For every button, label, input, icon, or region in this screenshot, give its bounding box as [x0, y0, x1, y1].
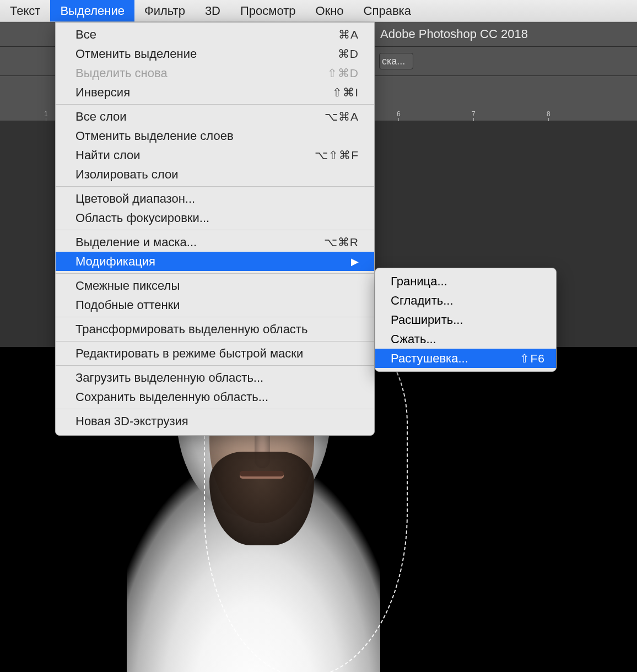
submenu-item-label: Растушевка...: [391, 351, 520, 366]
menu-item-grow[interactable]: Смежные пикселы: [56, 276, 374, 295]
menubar-item-window[interactable]: Окно: [305, 0, 353, 21]
ruler-tick: 1: [44, 110, 48, 118]
menu-item-color-range[interactable]: Цветовой диапазон...: [56, 189, 374, 208]
menubar-item-3d[interactable]: 3D: [195, 0, 230, 21]
menu-separator: [56, 273, 374, 274]
menu-item-shortcut: ⇧⌘D: [327, 67, 359, 80]
submenu-modify[interactable]: Граница... Сгладить... Расширить... Сжат…: [375, 268, 557, 372]
menu-item-all[interactable]: Все⌘A: [56, 25, 374, 44]
menu-item-label: Редактировать в режиме быстрой маски: [75, 346, 359, 361]
menu-item-reselect: Выделить снова⇧⌘D: [56, 63, 374, 83]
submenu-item-label: Сгладить...: [391, 294, 545, 308]
submenu-item-shortcut: ⇧F6: [520, 352, 545, 365]
menu-item-label: Выделить снова: [75, 66, 327, 80]
ruler-tick: 8: [547, 110, 550, 118]
menubar: Текст Выделение Фильтр 3D Просмотр Окно …: [0, 0, 637, 22]
menubar-item-view[interactable]: Просмотр: [230, 0, 305, 21]
menubar-item-selection[interactable]: Выделение: [50, 0, 134, 21]
submenu-item-smooth[interactable]: Сгладить...: [375, 291, 556, 310]
menu-item-label: Цветовой диапазон...: [75, 192, 359, 206]
submenu-item-expand[interactable]: Расширить...: [375, 310, 556, 329]
menu-item-inverse[interactable]: Инверсия⇧⌘I: [56, 83, 374, 102]
menu-separator: [56, 230, 374, 230]
menubar-label: Фильтр: [144, 4, 185, 18]
ruler-tick: 6: [397, 110, 401, 118]
menu-item-3d-extrusion[interactable]: Новая 3D-экструзия: [56, 411, 374, 431]
menu-item-find-layers[interactable]: Найти слои⌥⇧⌘F: [56, 145, 374, 165]
menubar-item-filter[interactable]: Фильтр: [134, 0, 195, 21]
menu-item-modify[interactable]: Модификация▶: [56, 252, 374, 271]
ruler-tick-label: 6: [397, 110, 401, 118]
menubar-item-help[interactable]: Справка: [354, 0, 421, 21]
submenu-item-label: Сжать...: [391, 332, 545, 346]
menu-item-label: Трансформировать выделенную область: [75, 322, 359, 337]
submenu-item-border[interactable]: Граница...: [375, 272, 556, 291]
menu-item-shortcut: ⇧⌘I: [332, 86, 359, 99]
menu-separator: [56, 365, 374, 366]
menubar-label: Текст: [10, 4, 40, 18]
ruler-tick-label: 7: [472, 110, 476, 118]
menu-item-shortcut: ⌥⌘A: [325, 110, 359, 123]
submenu-item-contract[interactable]: Сжать...: [375, 329, 556, 349]
menu-item-label: Отменить выделение: [75, 47, 338, 61]
menubar-item-text[interactable]: Текст: [0, 0, 50, 21]
menu-item-label: Все: [75, 28, 338, 42]
menu-item-label: Подобные оттенки: [75, 298, 359, 312]
menu-item-quick-mask[interactable]: Редактировать в режиме быстрой маски: [56, 344, 374, 363]
ruler-tick: 7: [472, 110, 476, 118]
menu-item-label: Инверсия: [75, 85, 332, 100]
menu-item-all-layers[interactable]: Все слои⌥⌘A: [56, 107, 374, 126]
menu-item-label: Выделение и маска...: [75, 235, 324, 250]
menu-item-select-and-mask[interactable]: Выделение и маска...⌥⌘R: [56, 232, 374, 252]
menu-item-deselect-layers[interactable]: Отменить выделение слоев: [56, 126, 374, 145]
submenu-item-label: Граница...: [391, 274, 545, 289]
menu-item-label: Модификация: [75, 254, 344, 269]
menu-separator: [56, 104, 374, 105]
menu-item-save-selection[interactable]: Сохранить выделенную область...: [56, 387, 374, 407]
menu-item-label: Отменить выделение слоев: [75, 129, 359, 143]
menu-item-deselect[interactable]: Отменить выделение⌘D: [56, 44, 374, 63]
menu-separator: [56, 409, 374, 409]
menubar-label: 3D: [205, 4, 220, 18]
menubar-label: Справка: [364, 4, 411, 18]
menu-item-label: Все слои: [75, 110, 325, 124]
ruler-tick-label: 1: [44, 110, 48, 118]
menubar-label: Выделение: [60, 4, 125, 18]
menu-item-label: Загрузить выделенную область...: [75, 371, 359, 385]
menu-item-label: Найти слои: [75, 148, 315, 162]
menu-separator: [56, 341, 374, 342]
app-title: Adobe Photoshop CC 2018: [380, 27, 528, 41]
menubar-label: Просмотр: [240, 4, 295, 18]
menu-item-similar[interactable]: Подобные оттенки: [56, 295, 374, 315]
menu-item-shortcut: ⌘A: [338, 28, 359, 41]
menu-item-shortcut: ⌥⌘R: [324, 236, 359, 249]
menu-item-shortcut: ⌥⇧⌘F: [315, 149, 359, 162]
menu-separator: [56, 317, 374, 317]
select-and-mask-button[interactable]: ска...: [379, 53, 413, 69]
menu-item-label: Сохранить выделенную область...: [75, 390, 359, 404]
menu-item-label: Область фокусировки...: [75, 211, 359, 225]
menu-item-load-selection[interactable]: Загрузить выделенную область...: [56, 368, 374, 387]
menubar-label: Окно: [315, 4, 343, 18]
ruler-tick-label: 8: [547, 110, 550, 118]
menu-separator: [56, 186, 374, 187]
menu-item-label: Новая 3D-экструзия: [75, 414, 359, 429]
menu-item-shortcut: ⌘D: [338, 47, 359, 61]
menu-selection[interactable]: Все⌘A Отменить выделение⌘D Выделить снов…: [55, 22, 375, 436]
menu-item-label: Изолировать слои: [75, 167, 359, 182]
submenu-item-feather[interactable]: Растушевка...⇧F6: [375, 349, 556, 368]
menu-item-label: Смежные пикселы: [75, 279, 359, 293]
submenu-arrow-icon: ▶: [351, 256, 359, 268]
menu-item-transform-selection[interactable]: Трансформировать выделенную область: [56, 319, 374, 339]
submenu-item-label: Расширить...: [391, 313, 545, 327]
menu-item-focus-area[interactable]: Область фокусировки...: [56, 208, 374, 227]
menu-item-isolate-layers[interactable]: Изолировать слои: [56, 165, 374, 184]
